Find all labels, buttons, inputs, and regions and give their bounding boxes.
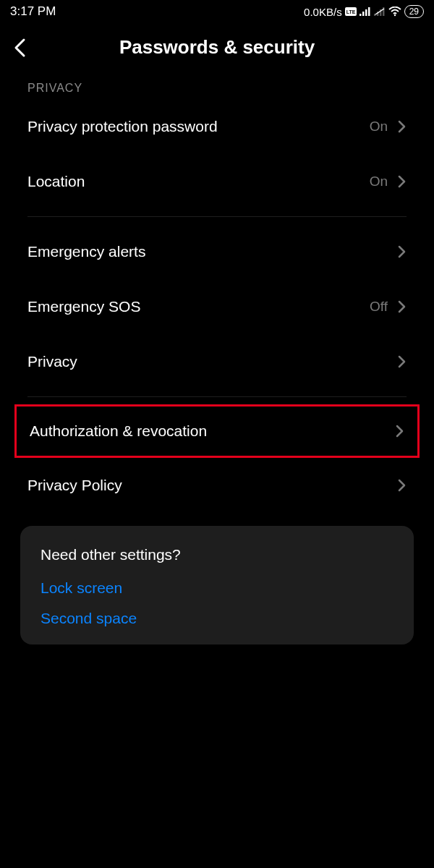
divider [27,396,407,397]
status-time: 3:17 PM [10,4,56,19]
row-label: Emergency alerts [27,243,398,260]
row-privacy[interactable]: Privacy [0,334,434,389]
header: Passwords & security [0,22,434,69]
chevron-right-icon [398,120,407,133]
status-net-speed: 0.0KB/s [304,6,342,18]
row-label: Privacy protection password [27,118,370,135]
row-label: Location [27,173,370,190]
row-label: Emergency SOS [27,298,370,315]
row-label: Privacy Policy [27,477,398,494]
volte-icon: LTE [345,7,357,16]
chevron-right-icon [398,355,407,368]
battery-icon: 29 [404,5,424,18]
link-second-space[interactable]: Second space [41,610,393,627]
status-right: 0.0KB/s LTE 29 [304,5,424,18]
row-value: On [370,174,388,190]
signal-2-icon [374,7,386,16]
section-label-privacy: PRIVACY [0,69,434,99]
other-settings-card: Need other settings? Lock screen Second … [20,526,414,644]
row-privacy-policy[interactable]: Privacy Policy [0,458,434,513]
status-bar: 3:17 PM 0.0KB/s LTE 29 [0,0,434,22]
chevron-right-icon [398,479,407,492]
row-value: On [370,119,388,135]
svg-rect-2 [359,14,362,16]
chevron-right-icon [398,300,407,313]
svg-rect-5 [368,7,370,16]
chevron-right-icon [398,175,407,188]
row-value: Off [370,299,388,315]
row-authorization-revocation[interactable]: Authorization & revocation [14,404,420,458]
signal-icon [359,7,371,16]
svg-rect-3 [362,12,365,16]
chevron-right-icon [398,245,407,258]
row-label: Privacy [27,353,398,370]
divider [27,216,407,217]
row-label: Authorization & revocation [30,422,396,440]
svg-rect-4 [365,9,367,16]
link-lock-screen[interactable]: Lock screen [41,579,393,597]
page-title: Passwords & security [13,36,421,59]
row-privacy-protection[interactable]: Privacy protection password On [0,99,434,154]
row-location[interactable]: Location On [0,154,434,209]
row-emergency-alerts[interactable]: Emergency alerts [0,224,434,279]
card-title: Need other settings? [41,546,393,563]
chevron-right-icon [396,425,404,438]
row-emergency-sos[interactable]: Emergency SOS Off [0,279,434,334]
svg-point-11 [393,14,395,16]
wifi-icon [388,7,401,17]
svg-text:LTE: LTE [346,9,355,14]
